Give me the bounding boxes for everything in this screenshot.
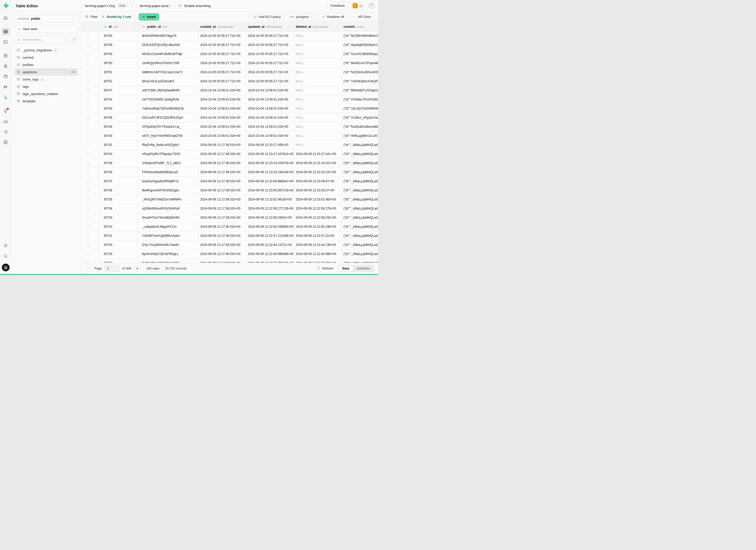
chevrons-up-down-icon[interactable] <box>169 4 172 8</box>
cell-deleted-at[interactable]: NULL <box>294 50 341 58</box>
cell-created-at[interactable]: 2024-10-04 13:09:01.519+00 <box>198 122 246 131</box>
filter-button[interactable]: Filter <box>85 15 98 19</box>
cell-content[interactable]: {"id":"B6tr6eEFLrOVgeUmH <box>341 86 378 95</box>
cell-id[interactable]: 30735 <box>99 195 138 204</box>
cell-content[interactable]: {"id":"fvrQ1bXoJ6XaAD08G <box>341 68 378 77</box>
cell-content[interactable]: {"id":"rtHbLpgB8V11LUK7152 <box>341 131 378 140</box>
cell-created-at[interactable]: 2024-09-09 12:17:36.515+00 <box>198 231 246 240</box>
cell-deleted-at[interactable]: NULL <box>294 86 341 95</box>
table-row[interactable]: 30750 1hnRQjxSRm2V0VticY2NF 2024-10-05 0… <box>81 59 378 68</box>
cell-public-id[interactable]: 3muDHTceTWso9lZj8hHNI <box>138 213 198 222</box>
cell-deleted-at[interactable]: NULL <box>294 104 341 113</box>
cell-updated-at[interactable]: 2024-10-04 13:09:01.519+00 <box>246 122 294 131</box>
cell-deleted-at[interactable]: 2024-09-09 12:23:15.237+00 <box>294 168 341 177</box>
cell-deleted-at[interactable]: NULL <box>294 41 341 49</box>
cell-public-id[interactable]: NhXEo1Xw04FnB4RzWTNjb <box>138 50 198 58</box>
cell-id[interactable]: 30738 <box>99 168 138 177</box>
cell-public-id[interactable]: _l40sQIRTmMZfcm-MWMPs <box>138 195 198 204</box>
cell-updated-at[interactable]: 2024-10-05 00:55:27.722+00 <box>246 50 294 58</box>
nav-advisors[interactable] <box>2 107 10 115</box>
cell-created-at[interactable]: 2024-10-05 00:55:27.722+00 <box>198 41 246 49</box>
cell-deleted-at[interactable]: 2024-09-09 12:23:19.021+00 <box>294 159 341 167</box>
cell-created-at[interactable]: 2024-10-05 00:55:27.722+00 <box>198 31 246 40</box>
insert-button[interactable]: Insert <box>139 13 159 21</box>
cell-public-id[interactable]: zHDq4c0F0VBF_TL2_dBZ1 <box>138 159 198 167</box>
cell-id[interactable]: 30746 <box>99 113 138 122</box>
row-checkbox[interactable] <box>85 161 89 165</box>
column-header-content[interactable]: content jsonb <box>341 22 378 31</box>
cell-created-at[interactable]: 2024-10-04 13:09:01.519+00 <box>198 113 246 122</box>
column-header-deleted-at[interactable]: deleted_at timestamptz <box>294 22 341 31</box>
cell-created-at[interactable]: 2024-09-09 12:17:36.515+00 <box>198 213 246 222</box>
table-row[interactable]: 30729 8yUKotr9qGYjK2eFRhgLv 2024-09-09 1… <box>81 250 378 259</box>
help-button[interactable]: ? <box>369 3 374 9</box>
cell-public-id[interactable]: XPQwDIqY6Y75SwDnU-qr_ <box>138 122 198 131</box>
row-checkbox[interactable] <box>85 107 89 111</box>
table-row[interactable]: 30741 RiqOV6p_5wihLeIAEQyhU 2024-09-09 1… <box>81 140 378 150</box>
nav-edge-functions[interactable] <box>2 83 10 91</box>
cell-id[interactable]: 30753 <box>99 31 138 40</box>
nav-storage[interactable] <box>2 72 10 80</box>
cell-updated-at[interactable]: 2024-09-09 12:22:44.13721+00 <box>246 240 294 249</box>
cell-id[interactable]: 30745 <box>99 131 138 140</box>
cell-id[interactable]: 30747 <box>99 86 138 95</box>
add-rls-policy-button[interactable]: Add RLS policy <box>250 13 284 21</box>
nav-logs[interactable] <box>2 128 10 136</box>
table-row[interactable]: 30753 lEfA0sRh9hIXf62Y6ga75 2024-10-05 0… <box>81 31 378 41</box>
row-checkbox[interactable] <box>85 179 89 183</box>
cell-content[interactable]: {"id":"1VASb3phnXXkQPCpv <box>341 77 378 86</box>
column-header-created-at[interactable]: created_at timestamptz <box>198 22 246 31</box>
cell-updated-at[interactable]: 2024-09-09 12:22:50.294983+00 <box>246 222 294 231</box>
row-checkbox[interactable] <box>85 207 89 211</box>
cell-public-id[interactable]: H5uqFKpRUTPkjxdysT3HS <box>138 150 198 158</box>
cell-public-id[interactable]: 8yUKotr9qGYjK2eFRhgLv <box>138 250 198 258</box>
chevron-down-icon[interactable] <box>241 25 244 28</box>
cell-created-at[interactable]: 2024-10-05 00:55:27.722+00 <box>198 68 246 77</box>
table-row[interactable]: 30728 0L5BAfDaLDl5rQOiqeKPO 2024-09-09 1… <box>81 259 378 263</box>
next-page-button[interactable] <box>134 265 140 272</box>
row-checkbox[interactable] <box>85 70 89 74</box>
new-table-button[interactable]: New table <box>15 25 78 33</box>
cell-deleted-at[interactable]: NULL <box>294 59 341 68</box>
cell-created-at[interactable]: 2024-09-09 12:17:36.515+00 <box>198 150 246 158</box>
row-checkbox[interactable] <box>85 198 89 202</box>
table-row[interactable]: 30737 bzwXazHgax6UIR58j6Fn3 2024-09-09 1… <box>81 177 378 186</box>
cell-updated-at[interactable]: 2024-09-09 12:23:05.567216+00 <box>246 186 294 195</box>
cell-id[interactable]: 30740 <box>99 150 138 158</box>
row-checkbox[interactable] <box>85 61 89 65</box>
search-tables-input[interactable] <box>22 38 63 42</box>
table-row[interactable]: 30735 _l40sQIRTmMZfcm-MWMPs 2024-09-09 1… <box>81 195 378 204</box>
nav-authentication[interactable] <box>2 62 10 70</box>
cell-created-at[interactable]: 2024-09-09 12:17:36.515+00 <box>198 168 246 177</box>
cell-created-at[interactable]: 2024-09-09 12:17:36.515+00 <box>198 177 246 186</box>
cell-deleted-at[interactable]: 2024-09-09 12:22:47.22+00 <box>294 231 341 240</box>
chevron-down-icon[interactable] <box>288 25 291 28</box>
select-all-checkbox[interactable] <box>85 25 89 29</box>
row-checkbox[interactable] <box>85 134 89 138</box>
cell-public-id[interactable]: nbMhHL3AP7OcCJymc2wT2 <box>138 68 198 77</box>
cell-created-at[interactable]: 2024-09-09 12:17:36.515+00 <box>198 222 246 231</box>
sidebar-table-item[interactable]: tags ••• <box>15 83 78 90</box>
row-checkbox[interactable] <box>85 52 89 56</box>
table-row[interactable]: 30745 xrETl_HyGY0mPMGVqtOTM 2024-10-04 1… <box>81 131 378 140</box>
breadcrumb-org[interactable]: farming-paper's Org <box>85 4 115 8</box>
role-select[interactable]: role postgres <box>286 13 317 21</box>
user-avatar[interactable] <box>2 264 10 271</box>
realtime-toggle-button[interactable]: Realtime off <box>319 13 347 21</box>
cell-public-id[interactable]: nj336mN5reuRVNZrKHFpF <box>138 204 198 213</box>
cell-public-id[interactable]: YwEmuWdqT38XoSB048QYp <box>138 104 198 113</box>
tab-data[interactable]: Data <box>338 265 353 272</box>
table-item-menu[interactable]: ••• <box>71 70 76 74</box>
api-docs-button[interactable]: API Docs <box>349 13 374 21</box>
table-row[interactable]: 30747 vrIh7CMD-JtM1bOweMHfA 2024-10-04 1… <box>81 86 378 95</box>
cell-deleted-at[interactable]: NULL <box>294 31 341 40</box>
cell-public-id[interactable]: FHHUioa3bidd00BHyLeZt <box>138 168 198 177</box>
cell-id[interactable]: 30749 <box>99 41 138 49</box>
cell-updated-at[interactable]: 2024-10-04 13:09:01.519+00 <box>246 95 294 104</box>
cell-deleted-at[interactable]: 2024-09-09 12:22:37.958+00 <box>294 259 341 263</box>
cell-created-at[interactable]: 2024-10-05 00:55:27.722+00 <box>198 59 246 68</box>
column-header-updated-at[interactable]: updated_at timestamptz <box>246 22 294 31</box>
table-row[interactable]: 30749 DGEJfJZPQUV9Q-IBqsNSi 2024-10-05 0… <box>81 41 378 50</box>
cell-updated-at[interactable]: 2024-09-09 12:23:19.020076+00 <box>246 159 294 167</box>
row-checkbox[interactable] <box>85 252 89 256</box>
